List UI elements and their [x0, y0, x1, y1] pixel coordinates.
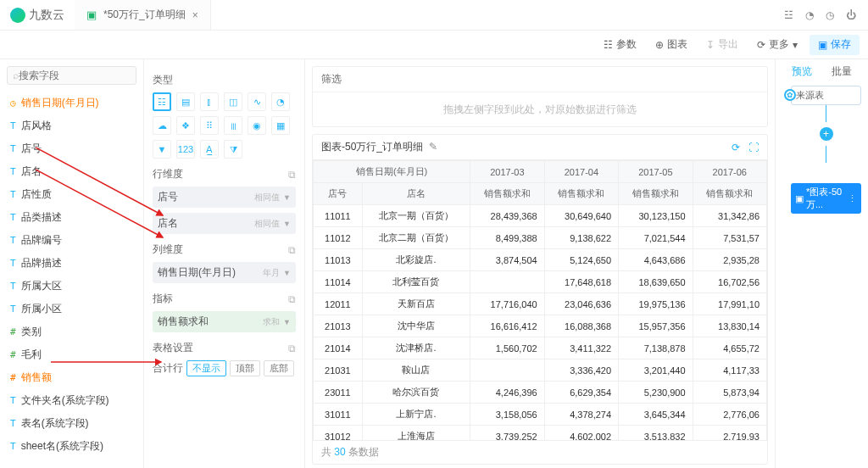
total-top[interactable]: 顶部	[230, 360, 260, 376]
table-row[interactable]: 11011北京一期（百货）28,439,36830,649,64030,123,…	[314, 205, 767, 227]
field-item[interactable]: Tsheet名(系统字段)	[0, 435, 143, 458]
field-item[interactable]: T店名	[0, 160, 143, 183]
chart-icon: ⊕	[655, 39, 664, 51]
bell-icon[interactable]: ◔	[805, 9, 814, 21]
flow-source-node[interactable]: ✿ 来源表	[791, 86, 861, 105]
flow-tab-preview[interactable]: 预览	[792, 64, 812, 79]
search-icon: ⌕	[13, 70, 19, 81]
filter-dropzone[interactable]: 拖拽左侧字段到此处，对原始数据进行筛选	[313, 92, 767, 126]
type-kpi[interactable]: 123	[176, 140, 195, 159]
type-map[interactable]: ❖	[176, 116, 195, 135]
flow-tab-batch[interactable]: 批量	[832, 64, 852, 79]
tab-label: *50万行_订单明细	[103, 8, 186, 22]
text-icon: T	[10, 212, 16, 223]
table-row[interactable]: 11013北彩旋店.3,874,5045,124,6504,643,6862,9…	[314, 249, 767, 271]
type-gauge[interactable]: ◉	[248, 116, 266, 135]
copy-icon[interactable]: ⧉	[288, 244, 296, 256]
copy-icon[interactable]: ⧉	[288, 169, 296, 181]
type-funnel[interactable]: ▼	[153, 140, 171, 159]
type-line[interactable]: ∿	[248, 92, 266, 111]
field-item[interactable]: T文件夹名(系统字段)	[0, 389, 143, 412]
field-item[interactable]: T店风格	[0, 114, 143, 137]
field-item[interactable]: T所属小区	[0, 298, 143, 320]
search-input[interactable]	[19, 70, 131, 81]
chevron-down-icon[interactable]: ▼	[283, 318, 291, 326]
logo-text: 九数云	[29, 8, 64, 23]
text-icon: T	[10, 395, 16, 406]
table-row[interactable]: 31012上淮海店3,739,2524,602,0023,513,8322,71…	[314, 426, 767, 441]
field-label: 店风格	[21, 119, 52, 133]
search-box[interactable]: ⌕	[7, 66, 136, 85]
type-grouped-table[interactable]: ☷	[153, 92, 171, 111]
copy-icon[interactable]: ⧉	[288, 343, 296, 354]
field-item[interactable]: T店性质	[0, 183, 143, 206]
table-row[interactable]: 31011上新宁店.3,158,0564,378,2743,645,3442,7…	[314, 404, 767, 426]
chip-label: 店名	[158, 216, 178, 231]
flow-add-step[interactable]: +	[820, 127, 833, 141]
field-item[interactable]: T所属大区	[0, 275, 143, 298]
text-icon: T	[10, 143, 16, 154]
type-funnel2[interactable]: ⧩	[224, 140, 242, 159]
type-matrix[interactable]: ▦	[271, 116, 290, 135]
more-button[interactable]: ⟳更多▾	[750, 35, 804, 55]
field-item[interactable]: ◷销售日期(年月日)	[0, 92, 143, 114]
dimension-chip[interactable]: 店名相同值▼	[153, 213, 296, 234]
type-stacked-bar[interactable]: ◫	[224, 92, 242, 111]
total-bottom[interactable]: 底部	[264, 360, 294, 376]
table-row[interactable]: 21013沈中华店16,616,41216,088,36815,957,3561…	[314, 315, 767, 337]
chart-button[interactable]: ⊕图表	[648, 35, 694, 55]
doc-icon: ▣	[86, 8, 97, 21]
copy-icon[interactable]: ⧉	[288, 293, 296, 305]
type-pivot-table[interactable]: ▤	[176, 92, 195, 111]
field-item[interactable]: #毛利	[0, 343, 143, 366]
table-row[interactable]: 23011哈尔滨百货4,246,3966,629,3545,230,9005,8…	[314, 382, 767, 404]
dimension-chip[interactable]: 销售额求和求和▼	[153, 311, 296, 332]
chevron-down-icon[interactable]: ▼	[283, 220, 291, 228]
table-row[interactable]: 12011天新百店17,716,04023,046,63619,975,1361…	[314, 293, 767, 315]
type-combo[interactable]: ⫼	[224, 116, 242, 135]
field-item[interactable]: #类别	[0, 320, 143, 343]
more-icon[interactable]: ⋮	[848, 193, 857, 204]
list-icon[interactable]: ☳	[784, 9, 793, 21]
dimension-chip[interactable]: 销售日期(年月日)年月▼	[153, 262, 296, 283]
field-label: sheet名(系统字段)	[21, 439, 103, 454]
field-item[interactable]: T品类描述	[0, 206, 143, 229]
type-scatter[interactable]: ⠿	[200, 116, 219, 135]
params-button[interactable]: ☷参数	[597, 35, 643, 55]
close-icon[interactable]: ×	[192, 9, 198, 21]
text-icon: T	[10, 166, 16, 177]
user-icon[interactable]: ⏻	[846, 9, 856, 21]
field-label: 品牌描述	[21, 256, 62, 270]
field-item[interactable]: #销售额	[0, 366, 143, 389]
table-row[interactable]: 21014沈津桥店.1,560,7023,411,3227,138,8784,6…	[314, 337, 767, 359]
table-row[interactable]: 21031鞍山店3,336,4203,201,4404,117,33	[314, 359, 767, 382]
field-item[interactable]: T表名(系统字段)	[0, 412, 143, 435]
dimension-chip[interactable]: 店号相同值▼	[153, 187, 296, 208]
number-icon: #	[10, 349, 16, 360]
edit-icon[interactable]: ✎	[429, 141, 437, 153]
chevron-down-icon[interactable]: ▼	[283, 193, 291, 202]
field-label: 店性质	[21, 187, 52, 202]
field-item[interactable]: T店号	[0, 137, 143, 160]
type-bar[interactable]: ⫿	[200, 92, 219, 111]
type-cloud[interactable]: ☁	[153, 116, 171, 135]
text-icon: T	[10, 418, 16, 429]
chip-sub: 求和	[263, 316, 280, 328]
document-tab[interactable]: ▣ *50万行_订单明细 ×	[75, 0, 211, 30]
expand-icon[interactable]: ⛶	[748, 142, 759, 153]
chevron-down-icon[interactable]: ▼	[283, 269, 291, 277]
export-button[interactable]: ↧导出	[699, 35, 745, 55]
text-icon: T	[10, 235, 16, 246]
field-item[interactable]: T品牌编号	[0, 229, 143, 252]
save-button[interactable]: ▣保存	[810, 35, 860, 55]
clock-icon[interactable]: ◷	[826, 9, 834, 21]
table-row[interactable]: 11014北利莹百货17,648,61818,639,65016,702,56	[314, 271, 767, 293]
type-text[interactable]: A̲	[200, 140, 219, 159]
refresh-icon[interactable]: ⟳	[732, 142, 740, 153]
type-pie[interactable]: ◔	[271, 92, 290, 111]
field-item[interactable]: T品牌描述	[0, 252, 143, 275]
total-none[interactable]: 不显示	[186, 360, 226, 376]
chip-label: 销售额求和	[158, 315, 209, 329]
flow-chart-node[interactable]: ▣ *图表-50万... ⋮	[791, 183, 861, 214]
table-row[interactable]: 11012北京二期（百货）8,499,3889,138,6227,021,544…	[314, 227, 767, 249]
